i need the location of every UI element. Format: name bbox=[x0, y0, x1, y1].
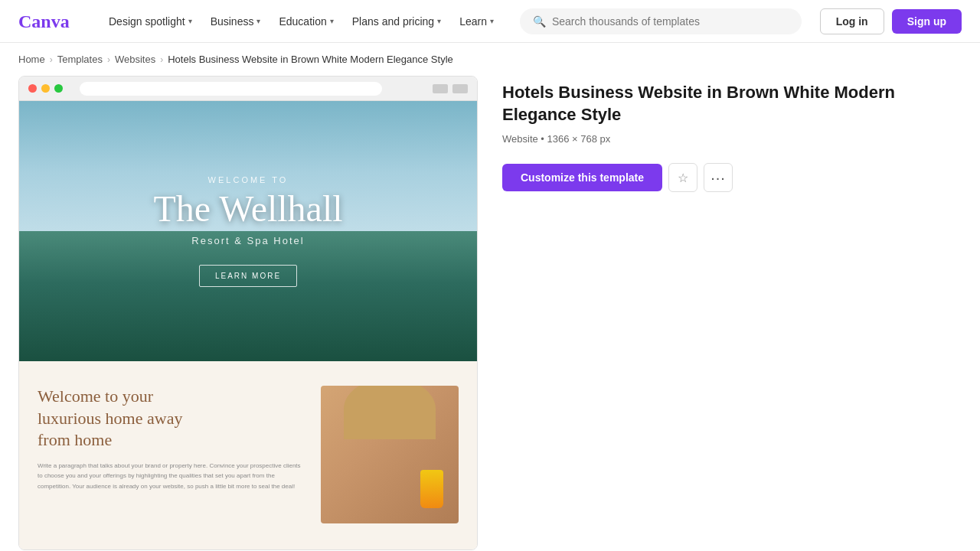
template-meta: Website • 1366 × 768 px bbox=[502, 133, 962, 145]
breadcrumb-templates[interactable]: Templates bbox=[57, 54, 103, 65]
hero-cta-button[interactable]: LEARN MORE bbox=[199, 265, 297, 287]
nav-item-learn[interactable]: Learn ▾ bbox=[452, 11, 501, 32]
hero-welcome-text: WELCOME TO bbox=[208, 175, 289, 184]
chevron-down-icon: ▾ bbox=[188, 17, 192, 25]
hotel-lower-section: Welcome to yourluxurious home awayfrom h… bbox=[19, 361, 477, 548]
hotel-lower-image bbox=[321, 386, 459, 523]
hat-decorative bbox=[344, 386, 436, 439]
search-icon: 🔍 bbox=[533, 15, 546, 28]
chevron-down-icon: ▾ bbox=[490, 17, 494, 25]
browser-address-bar bbox=[80, 82, 382, 96]
svg-text:Canva: Canva bbox=[18, 11, 70, 31]
search-input[interactable] bbox=[552, 15, 789, 28]
browser-btn-1 bbox=[433, 84, 448, 93]
chevron-down-icon: ▾ bbox=[437, 17, 441, 25]
breadcrumb-current: Hotels Business Website in Brown White M… bbox=[168, 54, 453, 65]
hero-title-text: The Wellhall bbox=[153, 189, 342, 230]
nav-item-education[interactable]: Education ▾ bbox=[271, 11, 341, 32]
hotel-lower-body: Write a paragraph that talks about your … bbox=[38, 461, 305, 492]
browser-minimize-dot bbox=[41, 84, 50, 93]
breadcrumb-separator: › bbox=[160, 54, 163, 65]
main-content: WELCOME TO The Wellhall Resort & Spa Hot… bbox=[0, 76, 980, 550]
nav-auth: Log in Sign up bbox=[820, 8, 962, 34]
search-bar: 🔍 bbox=[520, 8, 802, 34]
breadcrumb-home[interactable]: Home bbox=[18, 54, 45, 65]
hero-text: WELCOME TO The Wellhall Resort & Spa Hot… bbox=[19, 101, 477, 361]
customize-template-button[interactable]: Customize this template bbox=[502, 164, 662, 191]
nav-item-business[interactable]: Business ▾ bbox=[203, 11, 269, 32]
template-title: Hotels Business Website in Brown White M… bbox=[502, 82, 962, 126]
nav-item-plans-pricing[interactable]: Plans and pricing ▾ bbox=[345, 11, 449, 32]
canva-logo[interactable]: Canva bbox=[18, 11, 74, 32]
hotel-lower-text: Welcome to yourluxurious home awayfrom h… bbox=[38, 386, 305, 492]
favorite-button[interactable]: ☆ bbox=[668, 163, 697, 192]
nav-items: Design spotlight ▾ Business ▾ Education … bbox=[101, 11, 501, 32]
breadcrumb-websites[interactable]: Websites bbox=[115, 54, 155, 65]
hotel-hero-section: WELCOME TO The Wellhall Resort & Spa Hot… bbox=[19, 101, 477, 361]
breadcrumb-separator: › bbox=[107, 54, 110, 65]
template-info-panel: Hotels Business Website in Brown White M… bbox=[502, 76, 962, 550]
chevron-down-icon: ▾ bbox=[330, 17, 334, 25]
browser-maximize-dot bbox=[54, 84, 63, 93]
drink-decorative bbox=[420, 470, 443, 508]
star-icon: ☆ bbox=[678, 171, 688, 185]
hero-subtitle-text: Resort & Spa Hotel bbox=[191, 235, 304, 246]
template-actions: Customize this template ☆ ··· bbox=[502, 163, 962, 192]
template-preview-pane: WELCOME TO The Wellhall Resort & Spa Hot… bbox=[18, 76, 478, 550]
more-icon: ··· bbox=[710, 169, 726, 187]
breadcrumb-separator: › bbox=[50, 54, 53, 65]
hotel-lower-heading: Welcome to yourluxurious home awayfrom h… bbox=[38, 386, 305, 452]
chevron-down-icon: ▾ bbox=[256, 17, 260, 25]
browser-btn-2 bbox=[452, 84, 468, 93]
browser-chrome bbox=[19, 77, 477, 101]
browser-buttons bbox=[433, 84, 468, 93]
signup-button[interactable]: Sign up bbox=[892, 9, 962, 34]
browser-close-dot bbox=[28, 84, 37, 93]
more-options-button[interactable]: ··· bbox=[704, 163, 733, 192]
nav-item-design-spotlight[interactable]: Design spotlight ▾ bbox=[101, 11, 200, 32]
preview-scroll-content[interactable]: WELCOME TO The Wellhall Resort & Spa Hot… bbox=[19, 101, 477, 549]
breadcrumb: Home › Templates › Websites › Hotels Bus… bbox=[0, 43, 980, 76]
navbar: Canva Design spotlight ▾ Business ▾ Educ… bbox=[0, 0, 980, 43]
login-button[interactable]: Log in bbox=[820, 8, 884, 34]
